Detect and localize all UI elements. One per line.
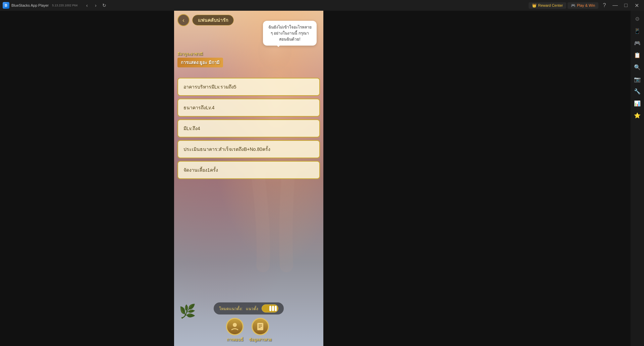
mode-label: โหมดแนวตั้ง: <box>219 305 243 312</box>
sidebar-icon-7[interactable]: 🔧 <box>632 86 643 97</box>
condition-text-1: อาคารบริหารมีLv.รวมถึง5 <box>183 84 236 90</box>
sidebar-icon-8[interactable]: 📊 <box>632 98 643 109</box>
person-icon <box>230 322 240 332</box>
bottom-bar: โหมดแนวตั้ง: แนวตั้ง <box>177 302 320 343</box>
maximize-button[interactable]: □ <box>621 1 631 10</box>
sidebar-icon-2[interactable]: 📱 <box>632 25 643 36</box>
beauty-info-label: ข้อมูลสาวสวย <box>249 337 271 343</box>
sub-label-1: อีมาบูระอาซาณี <box>177 51 223 57</box>
panel-header: ‹ แฟนคลับน่ารัก <box>177 14 234 26</box>
toggle-knob-2 <box>272 306 274 311</box>
toggle-knob-3 <box>275 306 277 311</box>
episode-icon <box>226 318 244 335</box>
panel-title: แฟนคลับน่ารัก <box>192 15 234 25</box>
app-version: 5.13.220.1002 P64 <box>52 4 77 7</box>
condition-card-2: ธนาคารถึงLv.4 <box>177 99 320 117</box>
title-bar: B BlueStacks App Player 5.13.220.1002 P6… <box>0 0 644 11</box>
help-button[interactable]: ? <box>600 1 609 10</box>
condition-text-3: มีLv.ถึง4 <box>183 126 200 131</box>
panel-sub-header: อีมาบูระอาซาณี การแสดง:ยูอะ มิกามิ <box>177 51 223 67</box>
condition-text-2: ธนาคารถึงLv.4 <box>183 105 214 110</box>
svg-rect-2 <box>257 323 263 330</box>
game-area: ฉันยังไม่เข้าใจอะไรหลาย ๆ อย่างในงานนี้ … <box>0 11 631 346</box>
play-win-button[interactable]: 🎮 Play & Win <box>568 2 598 9</box>
mode-toggle-row: โหมดแนวตั้ง: แนวตั้ง <box>214 302 284 314</box>
info-icon-container <box>252 318 269 335</box>
close-button[interactable]: ✕ <box>632 1 641 10</box>
sub-label-2: การแสดง:ยูอะ มิกามิ <box>177 58 223 67</box>
refresh-nav-button[interactable]: ↻ <box>100 1 108 9</box>
sidebar-icon-3[interactable]: 🎮 <box>632 38 643 48</box>
nav-controls: ‹ › ↻ <box>80 1 111 9</box>
bluestacks-icon: B <box>3 2 9 9</box>
condition-card-4: ประเมินธนาคาร:สำเร็จเรตถึงB+No.80ครั้ง <box>177 140 320 158</box>
toggle-knob-1 <box>269 306 271 311</box>
sidebar-icon-9[interactable]: ⭐ <box>632 110 643 121</box>
condition-text-4: ประเมินธนาคาร:สำเร็จเรตถึงB+No.80ครั้ง <box>183 147 270 152</box>
beauty-info-button[interactable]: ข้อมูลสาวสวย <box>249 318 271 343</box>
toggle-knobs <box>269 306 277 311</box>
play-win-label: Play & Win <box>577 3 595 7</box>
sidebar-icon-6[interactable]: 📷 <box>632 74 643 84</box>
dark-left-panel <box>0 11 174 346</box>
current-episode-button[interactable]: การตอนนี้ <box>226 318 244 343</box>
reward-center-button[interactable]: 👑 Reward Center <box>529 2 566 9</box>
back-button[interactable]: ‹ <box>177 14 190 26</box>
condition-card-1: อาคารบริหารมีLv.รวมถึง5 <box>177 78 320 96</box>
dark-right-panel <box>323 11 631 346</box>
game-panel: ฉันยังไม่เข้าใจอะไรหลาย ๆ อย่างในงานนี้ … <box>174 11 323 346</box>
svg-point-1 <box>233 323 237 327</box>
mode-toggle-switch[interactable] <box>262 304 278 312</box>
app-name: BlueStacks App Player <box>11 3 49 7</box>
app-logo: B BlueStacks App Player 5.13.220.1002 P6… <box>0 2 80 9</box>
title-bar-right: 👑 Reward Center 🎮 Play & Win ? — □ ✕ <box>526 1 644 10</box>
play-icon: 🎮 <box>571 3 576 8</box>
episode-label: การตอนนี้ <box>227 337 243 343</box>
crown-icon: 👑 <box>532 3 537 8</box>
reward-center-label: Reward Center <box>538 3 563 7</box>
condition-card-5: จัดงานเลี้ยง1ครั้ง <box>177 161 320 179</box>
condition-text-5: จัดงานเลี้ยง1ครั้ง <box>183 167 218 173</box>
document-icon <box>255 322 265 332</box>
back-nav-button[interactable]: ‹ <box>83 1 91 9</box>
condition-card-3: มีLv.ถึง4 <box>177 119 320 137</box>
mode-value: แนวตั้ง <box>246 305 258 312</box>
bottom-actions: การตอนนี้ ข้อมูลสาวสวย <box>226 318 271 343</box>
sidebar-icon-1[interactable]: ⚙ <box>632 13 643 24</box>
right-sidebar: ⚙ 📱 🎮 📋 🔍 📷 🔧 📊 ⭐ <box>631 11 644 346</box>
forward-nav-button[interactable]: › <box>92 1 100 9</box>
speech-bubble-text: ฉันยังไม่เข้าใจอะไรหลาย ๆ อย่างในงานนี้ … <box>268 25 312 42</box>
conditions-list: อาคารบริหารมีLv.รวมถึง5 ธนาคารถึงLv.4 มี… <box>177 78 320 179</box>
sidebar-icon-5[interactable]: 🔍 <box>632 62 643 72</box>
sidebar-icon-4[interactable]: 📋 <box>632 50 643 60</box>
minimize-button[interactable]: — <box>610 1 620 10</box>
speech-bubble: ฉันยังไม่เข้าใจอะไรหลาย ๆ อย่างในงานนี้ … <box>263 21 317 46</box>
